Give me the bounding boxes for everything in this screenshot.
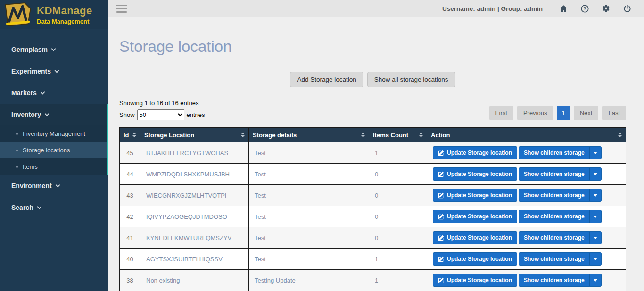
sidebar: KDManage Data Management Germplasm Exper… (0, 0, 108, 291)
caret-down-icon[interactable] (589, 210, 601, 223)
pagination-page-1-button[interactable]: 1 (557, 106, 570, 120)
update-storage-location-button[interactable]: Update Storage location (433, 274, 517, 287)
settings-icon[interactable] (602, 4, 610, 13)
sidebar-item-environment[interactable]: Environment (0, 175, 108, 197)
caret-down-icon[interactable] (589, 168, 601, 180)
cell-items-count: 0 (369, 206, 427, 227)
cell-items-count: 1 (369, 142, 427, 164)
show-children-storage-button[interactable]: Show children storage (519, 146, 602, 159)
update-storage-location-button[interactable]: Update Storage location (433, 167, 517, 181)
cell-storage-location: KYNEDLFKMWTURFQMSZYV (140, 227, 249, 249)
edit-icon (438, 214, 444, 220)
storage-locations-table: Id Storage Location Storage details Item… (119, 127, 626, 291)
chevron-down-icon (40, 90, 45, 94)
cell-id: 45 (120, 142, 140, 164)
cell-storage-details: Test (249, 249, 369, 270)
cell-storage-details: Test (249, 185, 369, 206)
add-storage-location-button[interactable]: Add Storage location (290, 72, 363, 87)
nav-label: Inventory (11, 111, 41, 118)
caret-down-icon[interactable] (589, 253, 601, 265)
cell-id: 40 (120, 249, 140, 270)
table-row: 40 AGYTSXJSUIBTFLHIQSSV Test 1 Update St… (120, 249, 626, 270)
sidebar-item-storage-locations[interactable]: Storage locations (0, 142, 108, 158)
chevron-down-icon (37, 204, 41, 209)
page-title: Storage location (119, 38, 626, 56)
cell-storage-location: WMPZIDQDLSHXKPMUSJBH (140, 164, 249, 185)
edit-icon (438, 171, 444, 177)
nav-label: Germplasm (11, 46, 48, 53)
table-row: 45 BTJAKHLLLRCTYGTWOHAS Test 1 Update St… (120, 142, 626, 164)
cell-items-count: 0 (369, 227, 427, 249)
sidebar-item-search[interactable]: Search (0, 197, 108, 218)
show-children-storage-button[interactable]: Show children storage (519, 167, 602, 181)
menu-toggle-icon[interactable] (116, 5, 127, 13)
topbar: Username: admin | Group: admin ? (108, 0, 644, 17)
column-header-storage-details[interactable]: Storage details (249, 128, 369, 142)
pagination-last-button[interactable]: Last (602, 106, 626, 120)
nav-label: Search (11, 204, 33, 211)
update-storage-location-button[interactable]: Update Storage location (433, 210, 517, 223)
cell-id: 44 (120, 164, 140, 185)
cell-id: 43 (120, 185, 140, 206)
cell-storage-details: Test (249, 164, 369, 185)
column-header-items-count[interactable]: Items Count (369, 128, 427, 142)
column-header-id[interactable]: Id (120, 128, 140, 142)
update-storage-location-button[interactable]: Update Storage location (433, 146, 517, 159)
update-storage-location-button[interactable]: Update Storage location (433, 231, 517, 244)
show-children-storage-button[interactable]: Show children storage (519, 189, 602, 202)
pagination-first-button[interactable]: First (489, 106, 513, 120)
sort-icon (361, 133, 365, 137)
table-row: 43 WIECGNRXGJZMLHTVQTPI Test 0 Update St… (120, 185, 626, 206)
cell-action: Update Storage location Show children st… (427, 206, 626, 227)
show-all-storage-locations-button[interactable]: Show all storage locations (367, 72, 455, 87)
sidebar-item-inventory-management[interactable]: Inventory Management (0, 125, 108, 142)
sort-icon (132, 133, 136, 137)
cell-items-count: 1 (369, 249, 427, 270)
pagination-next-button[interactable]: Next (574, 106, 599, 120)
sidebar-item-experiments[interactable]: Experiments (0, 60, 108, 82)
cell-action: Update Storage location Show children st… (427, 270, 626, 291)
update-storage-location-button[interactable]: Update Storage location (433, 189, 517, 202)
table-header-row: Id Storage Location Storage details Item… (120, 128, 626, 142)
active-section-indicator (107, 104, 108, 175)
sidebar-item-inventory[interactable]: Inventory (0, 104, 108, 125)
brand-logo-icon (4, 2, 33, 27)
nav-label: Environment (11, 182, 52, 190)
cell-items-count: 0 (369, 164, 427, 185)
power-icon[interactable] (623, 4, 631, 13)
table-row: 41 KYNEDLFKMWTURFQMSZYV Test 0 Update St… (120, 227, 626, 249)
caret-down-icon[interactable] (589, 189, 601, 201)
show-children-storage-button[interactable]: Show children storage (519, 231, 602, 244)
page-size-select[interactable]: 50 (137, 109, 184, 120)
help-icon[interactable]: ? (580, 4, 589, 13)
sidebar-item-germplasm[interactable]: Germplasm (0, 39, 108, 60)
column-header-action[interactable]: Action (427, 128, 626, 142)
caret-down-icon[interactable] (589, 232, 601, 244)
bullet-icon (16, 133, 18, 135)
caret-down-icon[interactable] (589, 147, 601, 159)
table-row: 42 IQIVYPZAOGEQJDTMDOSO Test 0 Update St… (120, 206, 626, 227)
caret-down-icon[interactable] (589, 274, 601, 286)
bullet-icon (16, 150, 18, 151)
update-storage-location-button[interactable]: Update Storage location (433, 252, 517, 266)
cell-storage-location: AGYTSXJSUIBTFLHIQSSV (140, 249, 249, 270)
edit-icon (438, 235, 444, 241)
sidebar-item-markers[interactable]: Markers (0, 82, 108, 104)
pagination-previous-button[interactable]: Previous (517, 106, 553, 120)
column-header-storage-location[interactable]: Storage Location (140, 128, 249, 142)
show-children-storage-button[interactable]: Show children storage (519, 274, 602, 287)
cell-action: Update Storage location Show children st… (427, 249, 626, 270)
cell-id: 41 (120, 227, 140, 249)
cell-action: Update Storage location Show children st… (427, 142, 626, 164)
table-body: 45 BTJAKHLLLRCTYGTWOHAS Test 1 Update St… (120, 142, 626, 291)
cell-storage-location: IQIVYPZAOGEQJDTMDOSO (140, 206, 249, 227)
table-row: 38 Non existing Testing Update 1 Update … (120, 270, 626, 291)
brand-title: KDManage (37, 5, 92, 17)
show-children-storage-button[interactable]: Show children storage (519, 252, 602, 266)
home-icon[interactable] (559, 4, 568, 13)
sort-icon (419, 133, 423, 137)
cell-storage-location: WIECGNRXGJZMLHTVQTPI (140, 185, 249, 206)
cell-action: Update Storage location Show children st… (427, 164, 626, 185)
show-children-storage-button[interactable]: Show children storage (519, 210, 602, 223)
sidebar-item-items[interactable]: Items (0, 158, 108, 175)
